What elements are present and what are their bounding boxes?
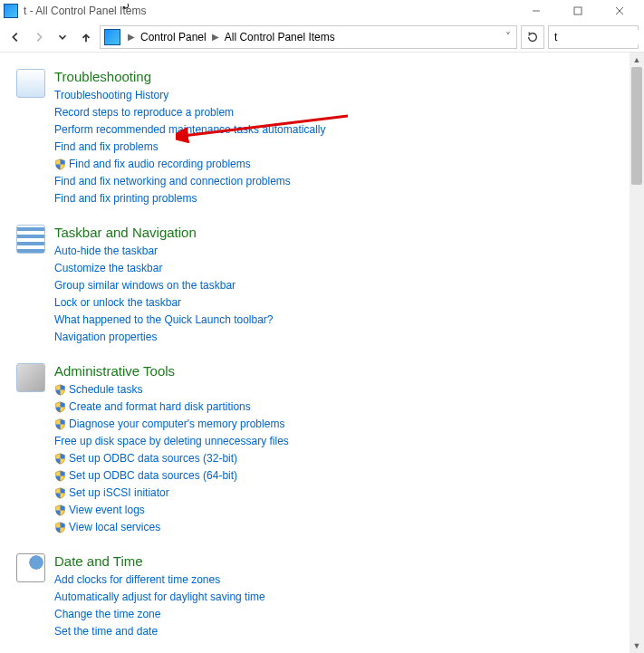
search-input[interactable] <box>553 30 644 44</box>
link-item[interactable]: Customize the taskbar <box>54 261 620 276</box>
uac-shield-icon <box>54 401 66 413</box>
group-title-admin[interactable]: Administrative Tools <box>54 363 620 379</box>
link-label: Record steps to reproduce a problem <box>54 105 234 120</box>
group-troubleshooting: TroubleshootingTroubleshooting HistoryRe… <box>16 69 620 206</box>
close-button[interactable] <box>599 0 640 22</box>
link-label: Customize the taskbar <box>54 261 162 276</box>
link-item[interactable]: Set up ODBC data sources (32-bit) <box>54 451 620 466</box>
link-item[interactable]: Create and format hard disk partitions <box>54 399 620 415</box>
link-item[interactable]: Change the time zone <box>54 607 620 622</box>
link-item[interactable]: Find and fix audio recording problems <box>54 157 620 172</box>
uac-shield-icon <box>54 384 66 396</box>
group-admin: Administrative ToolsSchedule tasksCreate… <box>16 363 620 535</box>
link-label: Set up ODBC data sources (32-bit) <box>69 451 237 466</box>
link-label: Automatically adjust for daylight saving… <box>54 590 265 605</box>
link-label: Find and fix audio recording problems <box>69 157 251 172</box>
link-label: Group similar windows on the taskbar <box>54 278 235 293</box>
link-label: View local services <box>69 520 160 535</box>
link-label: Troubleshooting History <box>54 88 168 103</box>
uac-shield-icon <box>54 453 66 465</box>
link-label: Set up ODBC data sources (64-bit) <box>69 468 237 484</box>
link-item[interactable]: Add clocks for different time zones <box>54 572 620 588</box>
window-title: t - All Control Panel Items <box>24 5 515 17</box>
group-title-troubleshooting[interactable]: Troubleshooting <box>54 69 620 84</box>
link-label: View event logs <box>69 503 145 518</box>
link-item[interactable]: Lock or unlock the taskbar <box>54 295 620 311</box>
link-label: Diagnose your computer's memory problems <box>69 417 284 432</box>
link-label: Create and format hard disk partitions <box>69 399 251 415</box>
link-label: Lock or unlock the taskbar <box>54 295 181 311</box>
link-item[interactable]: Find and fix networking and connection p… <box>54 174 620 189</box>
group-title-datetime[interactable]: Date and Time <box>54 553 620 569</box>
link-item[interactable]: Find and fix problems <box>54 139 620 155</box>
link-label: Find and fix networking and connection p… <box>54 174 291 189</box>
uac-shield-icon <box>54 158 66 170</box>
breadcrumb-root[interactable]: Control Panel <box>139 31 208 43</box>
link-label: Set up iSCSI initiator <box>69 485 169 501</box>
link-item[interactable]: Set the time and date <box>54 624 620 639</box>
vertical-scrollbar[interactable]: ▲ ▼ <box>630 53 644 653</box>
link-label: Navigation properties <box>54 330 157 345</box>
chevron-right-icon[interactable]: ▶ <box>208 32 223 42</box>
link-item[interactable]: Perform recommended maintenance tasks au… <box>54 122 620 138</box>
link-label: Free up disk space by deleting unnecessa… <box>54 434 289 449</box>
link-item[interactable]: View local services <box>54 520 620 535</box>
datetime-icon <box>16 553 45 582</box>
uac-shield-icon <box>54 418 66 430</box>
navbar: ▶ Control Panel ▶ All Control Panel Item… <box>0 22 644 53</box>
search-box[interactable]: × <box>548 25 639 49</box>
recent-locations-button[interactable] <box>53 27 72 47</box>
refresh-button[interactable] <box>521 25 544 49</box>
link-item[interactable]: Auto-hide the taskbar <box>54 244 620 259</box>
link-item[interactable]: Record steps to reproduce a problem <box>54 105 620 120</box>
scroll-up-icon[interactable]: ▲ <box>630 53 644 67</box>
link-item[interactable]: View event logs <box>54 503 620 518</box>
link-label: Add clocks for different time zones <box>54 572 220 588</box>
content-pane: TroubleshootingTroubleshooting HistoryRe… <box>0 53 630 653</box>
app-icon <box>4 4 18 18</box>
link-item[interactable]: Free up disk space by deleting unnecessa… <box>54 434 620 449</box>
link-item[interactable]: Troubleshooting History <box>54 88 620 103</box>
scroll-thumb[interactable] <box>631 67 642 185</box>
link-label: Find and fix printing problems <box>54 191 197 206</box>
uac-shield-icon <box>54 487 66 499</box>
titlebar: t - All Control Panel Items <box>0 0 644 22</box>
control-panel-icon <box>104 29 120 45</box>
group-datetime: Date and TimeAdd clocks for different ti… <box>16 553 620 639</box>
uac-shield-icon <box>54 522 66 533</box>
link-label: Change the time zone <box>54 607 160 622</box>
link-label: Perform recommended maintenance tasks au… <box>54 122 325 138</box>
uac-shield-icon <box>54 470 66 482</box>
link-label: Auto-hide the taskbar <box>54 244 158 259</box>
scroll-down-icon[interactable]: ▼ <box>630 639 644 653</box>
link-item[interactable]: Group similar windows on the taskbar <box>54 278 620 293</box>
admin-icon <box>16 363 45 392</box>
link-item[interactable]: Set up iSCSI initiator <box>54 485 620 501</box>
taskbar-icon <box>16 225 45 254</box>
troubleshooting-icon <box>16 69 45 98</box>
maximize-button[interactable] <box>557 0 599 22</box>
minimize-button[interactable] <box>515 0 557 22</box>
link-item[interactable]: Schedule tasks <box>54 382 620 398</box>
breadcrumb-current[interactable]: All Control Panel Items <box>223 31 337 43</box>
chevron-right-icon[interactable]: ▶ <box>124 32 139 42</box>
link-item[interactable]: Automatically adjust for daylight saving… <box>54 590 620 605</box>
link-item[interactable]: Set up ODBC data sources (64-bit) <box>54 468 620 484</box>
group-taskbar: Taskbar and NavigationAuto-hide the task… <box>16 225 620 345</box>
forward-button[interactable] <box>29 27 49 47</box>
link-item[interactable]: Navigation properties <box>54 330 620 345</box>
uac-shield-icon <box>54 504 66 516</box>
up-button[interactable] <box>76 27 96 47</box>
link-item[interactable]: Diagnose your computer's memory problems <box>54 417 620 432</box>
svg-rect-1 <box>574 7 582 14</box>
link-label: What happened to the Quick Launch toolba… <box>54 312 274 328</box>
link-label: Find and fix problems <box>54 139 159 155</box>
group-title-taskbar[interactable]: Taskbar and Navigation <box>54 225 620 240</box>
breadcrumb[interactable]: ▶ Control Panel ▶ All Control Panel Item… <box>100 25 517 49</box>
link-item[interactable]: Find and fix printing problems <box>54 191 620 206</box>
address-dropdown-icon[interactable]: ˅ <box>500 31 516 43</box>
link-item[interactable]: What happened to the Quick Launch toolba… <box>54 312 620 328</box>
link-label: Set the time and date <box>54 624 158 639</box>
back-button[interactable] <box>5 27 25 47</box>
link-label: Schedule tasks <box>69 382 142 398</box>
